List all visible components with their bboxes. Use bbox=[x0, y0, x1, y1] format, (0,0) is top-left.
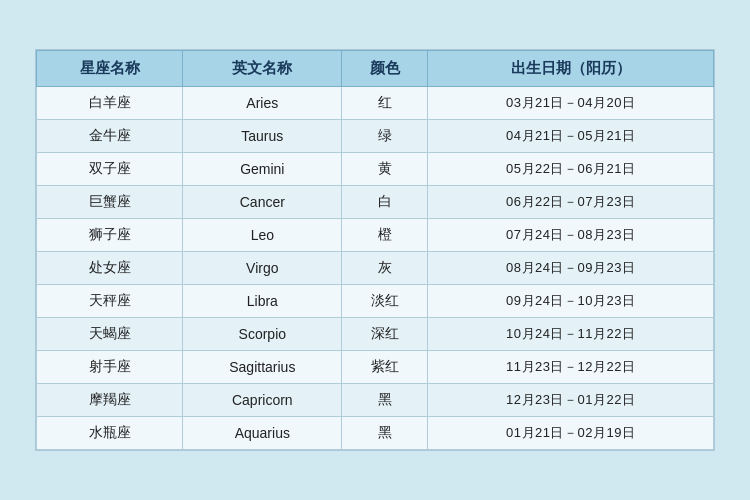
cell-chinese: 水瓶座 bbox=[37, 417, 183, 450]
col-header-color: 颜色 bbox=[342, 51, 428, 87]
cell-date: 10月24日－11月22日 bbox=[428, 318, 714, 351]
table-row: 金牛座Taurus绿04月21日－05月21日 bbox=[37, 120, 714, 153]
cell-chinese: 天蝎座 bbox=[37, 318, 183, 351]
cell-english: Sagittarius bbox=[183, 351, 342, 384]
cell-english: Virgo bbox=[183, 252, 342, 285]
cell-color: 黄 bbox=[342, 153, 428, 186]
table-row: 摩羯座Capricorn黑12月23日－01月22日 bbox=[37, 384, 714, 417]
cell-color: 白 bbox=[342, 186, 428, 219]
col-header-chinese: 星座名称 bbox=[37, 51, 183, 87]
cell-english: Gemini bbox=[183, 153, 342, 186]
zodiac-table: 星座名称 英文名称 颜色 出生日期（阳历） 白羊座Aries红03月21日－04… bbox=[36, 50, 714, 450]
cell-chinese: 金牛座 bbox=[37, 120, 183, 153]
table-header-row: 星座名称 英文名称 颜色 出生日期（阳历） bbox=[37, 51, 714, 87]
cell-color: 紫红 bbox=[342, 351, 428, 384]
cell-color: 黑 bbox=[342, 417, 428, 450]
cell-english: Aries bbox=[183, 87, 342, 120]
cell-color: 灰 bbox=[342, 252, 428, 285]
cell-date: 04月21日－05月21日 bbox=[428, 120, 714, 153]
cell-chinese: 狮子座 bbox=[37, 219, 183, 252]
cell-english: Taurus bbox=[183, 120, 342, 153]
cell-chinese: 巨蟹座 bbox=[37, 186, 183, 219]
table-row: 射手座Sagittarius紫红11月23日－12月22日 bbox=[37, 351, 714, 384]
cell-english: Leo bbox=[183, 219, 342, 252]
zodiac-table-body: 白羊座Aries红03月21日－04月20日金牛座Taurus绿04月21日－0… bbox=[37, 87, 714, 450]
table-row: 巨蟹座Cancer白06月22日－07月23日 bbox=[37, 186, 714, 219]
zodiac-table-container: 星座名称 英文名称 颜色 出生日期（阳历） 白羊座Aries红03月21日－04… bbox=[35, 49, 715, 451]
cell-date: 12月23日－01月22日 bbox=[428, 384, 714, 417]
cell-chinese: 白羊座 bbox=[37, 87, 183, 120]
cell-date: 11月23日－12月22日 bbox=[428, 351, 714, 384]
col-header-date: 出生日期（阳历） bbox=[428, 51, 714, 87]
cell-date: 01月21日－02月19日 bbox=[428, 417, 714, 450]
cell-color: 深红 bbox=[342, 318, 428, 351]
cell-english: Scorpio bbox=[183, 318, 342, 351]
cell-date: 09月24日－10月23日 bbox=[428, 285, 714, 318]
cell-english: Libra bbox=[183, 285, 342, 318]
cell-english: Capricorn bbox=[183, 384, 342, 417]
cell-chinese: 摩羯座 bbox=[37, 384, 183, 417]
table-row: 白羊座Aries红03月21日－04月20日 bbox=[37, 87, 714, 120]
table-row: 天秤座Libra淡红09月24日－10月23日 bbox=[37, 285, 714, 318]
cell-chinese: 处女座 bbox=[37, 252, 183, 285]
cell-color: 橙 bbox=[342, 219, 428, 252]
cell-color: 红 bbox=[342, 87, 428, 120]
cell-date: 03月21日－04月20日 bbox=[428, 87, 714, 120]
cell-date: 06月22日－07月23日 bbox=[428, 186, 714, 219]
table-row: 双子座Gemini黄05月22日－06月21日 bbox=[37, 153, 714, 186]
cell-chinese: 射手座 bbox=[37, 351, 183, 384]
table-row: 水瓶座Aquarius黑01月21日－02月19日 bbox=[37, 417, 714, 450]
cell-color: 黑 bbox=[342, 384, 428, 417]
cell-english: Aquarius bbox=[183, 417, 342, 450]
table-row: 狮子座Leo橙07月24日－08月23日 bbox=[37, 219, 714, 252]
cell-date: 07月24日－08月23日 bbox=[428, 219, 714, 252]
cell-english: Cancer bbox=[183, 186, 342, 219]
cell-color: 绿 bbox=[342, 120, 428, 153]
cell-chinese: 双子座 bbox=[37, 153, 183, 186]
cell-color: 淡红 bbox=[342, 285, 428, 318]
cell-chinese: 天秤座 bbox=[37, 285, 183, 318]
cell-date: 05月22日－06月21日 bbox=[428, 153, 714, 186]
table-row: 处女座Virgo灰08月24日－09月23日 bbox=[37, 252, 714, 285]
col-header-english: 英文名称 bbox=[183, 51, 342, 87]
cell-date: 08月24日－09月23日 bbox=[428, 252, 714, 285]
table-row: 天蝎座Scorpio深红10月24日－11月22日 bbox=[37, 318, 714, 351]
